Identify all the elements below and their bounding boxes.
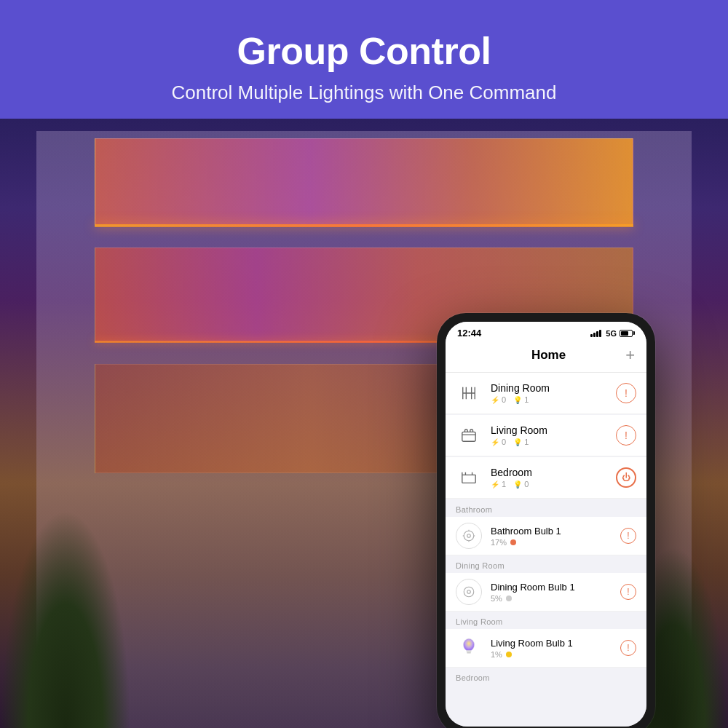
add-button[interactable]: + — [625, 346, 635, 365]
signal-bars-icon — [590, 330, 601, 337]
signal-bar-2 — [593, 333, 596, 337]
app-content[interactable]: Dining Room ⚡ 0 💡 1 — [446, 373, 646, 727]
signal-bar-4 — [599, 330, 601, 337]
living-room-icon — [456, 422, 482, 448]
living-bulb-warning[interactable]: ! — [620, 640, 636, 656]
dining-bulb-warning[interactable]: ! — [620, 584, 636, 600]
device-living-bulb1[interactable]: Living Room Bulb 1 1% ! — [446, 629, 646, 668]
bedroom-meta: ⚡ 1 💡 0 — [491, 480, 607, 488]
dining-room-name: Dining Room — [491, 382, 607, 394]
dining-room-meta: ⚡ 0 💡 1 — [491, 395, 607, 404]
dining-bulb-icon — [456, 579, 482, 605]
dining-bulb-pct: 5% — [491, 594, 502, 603]
bathroom-bulb-pct: 17% — [491, 538, 507, 547]
dining-bulbs: 💡 1 — [513, 395, 529, 404]
floor-top — [95, 138, 633, 226]
bedroom-name: Bedroom — [491, 467, 607, 478]
dining-bulb-name: Dining Room Bulb 1 — [491, 582, 612, 593]
svg-point-9 — [464, 638, 475, 651]
bedroom-icon — [456, 464, 482, 491]
dining-room-info: Dining Room ⚡ 0 💡 1 — [491, 382, 607, 404]
living-bulbs: 💡 1 — [513, 438, 529, 446]
dining-bulb-meta: 5% — [491, 594, 612, 603]
section-header-bathroom: Bathroom — [446, 499, 646, 517]
section-header-bedroom: Bedroom — [446, 668, 646, 685]
bedroom-action[interactable]: ⏻ — [616, 467, 636, 488]
bathroom-bulb-warning[interactable]: ! — [620, 528, 636, 544]
dining-plugs: ⚡ 0 — [491, 395, 506, 404]
page-title: Group Control — [15, 29, 713, 73]
section-header-living: Living Room — [446, 612, 646, 629]
bathroom-bulb-icon — [456, 523, 482, 549]
battery-tip — [633, 331, 635, 335]
bedroom-info: Bedroom ⚡ 1 💡 0 — [491, 467, 607, 488]
network-type: 5G — [606, 329, 617, 338]
living-bulb-icon — [456, 635, 482, 661]
living-bulb-name: Living Room Bulb 1 — [491, 638, 612, 649]
living-bulb-info: Living Room Bulb 1 1% — [491, 638, 612, 659]
bedroom-plugs: ⚡ 1 — [491, 480, 506, 488]
bathroom-bulb-info: Bathroom Bulb 1 17% — [491, 526, 612, 547]
living-room-name: Living Room — [491, 424, 607, 436]
room-item-dining[interactable]: Dining Room ⚡ 0 💡 1 — [446, 373, 646, 414]
device-bathroom-bulb1[interactable]: Bathroom Bulb 1 17% ! — [446, 517, 646, 555]
living-bulb-meta: 1% — [491, 650, 612, 659]
dining-room-icon — [456, 380, 482, 406]
dining-bulb-info: Dining Room Bulb 1 5% — [491, 582, 612, 603]
top-section: Group Control Control Multiple Lightings… — [0, 0, 728, 119]
battery-body — [620, 330, 633, 337]
room-item-living[interactable]: Living Room ⚡ 0 💡 1 — [446, 415, 646, 456]
battery-fill — [621, 331, 628, 336]
status-time: 12:44 — [457, 328, 481, 339]
svg-point-2 — [467, 534, 471, 538]
room-item-bedroom[interactable]: Bedroom ⚡ 1 💡 0 — [446, 457, 646, 499]
signal-bar-1 — [590, 334, 593, 337]
bedroom-bulbs: 💡 0 — [513, 480, 529, 488]
bathroom-bulb-meta: 17% — [491, 538, 612, 547]
svg-rect-0 — [462, 432, 475, 441]
battery-icon — [620, 330, 635, 337]
living-plugs: ⚡ 0 — [491, 438, 506, 446]
trees-left — [0, 510, 131, 728]
status-bar: 12:44 5G — [446, 322, 646, 341]
dining-bulb-dot — [506, 596, 512, 601]
signal-bar-3 — [596, 331, 598, 337]
nav-title: Home — [531, 348, 566, 363]
living-room-action[interactable]: ! — [616, 425, 636, 446]
status-icons: 5G — [590, 329, 635, 338]
living-room-info: Living Room ⚡ 0 💡 1 — [491, 424, 607, 446]
dining-room-action[interactable]: ! — [616, 383, 636, 403]
living-bulb-dot — [506, 652, 512, 657]
bathroom-bulb-dot — [510, 539, 516, 545]
section-header-dining: Dining Room — [446, 555, 646, 573]
living-bulb-pct: 1% — [491, 650, 502, 659]
svg-rect-11 — [467, 652, 470, 654]
living-room-meta: ⚡ 0 💡 1 — [491, 438, 607, 446]
phone-screen: 12:44 5G — [446, 322, 646, 727]
house-section: 12:44 5G — [0, 116, 728, 728]
svg-point-8 — [467, 590, 471, 594]
svg-point-7 — [464, 587, 474, 597]
phone-mockup: 12:44 5G — [437, 313, 655, 728]
svg-point-1 — [464, 531, 474, 541]
page-subtitle: Control Multiple Lightings with One Comm… — [15, 82, 713, 104]
device-dining-bulb1[interactable]: Dining Room Bulb 1 5% ! — [446, 573, 646, 612]
nav-bar: Home + — [446, 341, 646, 373]
bathroom-bulb-name: Bathroom Bulb 1 — [491, 526, 612, 537]
accent-strip-top — [95, 224, 633, 227]
page-wrapper: Group Control Control Multiple Lightings… — [0, 0, 728, 728]
